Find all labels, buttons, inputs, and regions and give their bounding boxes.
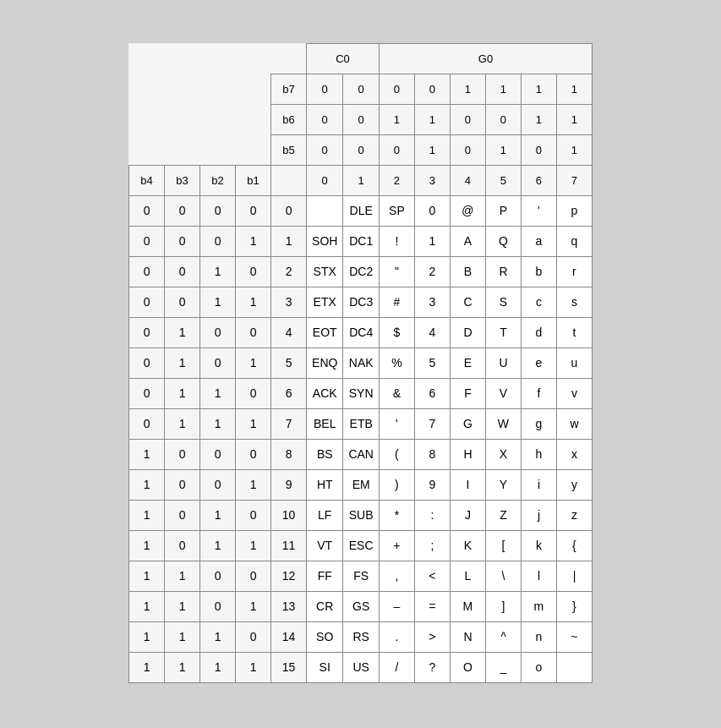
row-8-col-7: x	[556, 439, 592, 469]
row-14-col-6: n	[521, 621, 556, 652]
table-row: 101111VTESC+;K[k{	[129, 530, 593, 561]
row-6-col-6: f	[521, 378, 556, 408]
row-9-col-6: i	[521, 469, 556, 500]
row-10-bit-2: 1	[200, 500, 236, 530]
row-0-bit-1: 0	[165, 195, 200, 226]
row-10-col-3: :	[414, 500, 450, 530]
row-4-col-2: $	[379, 317, 414, 348]
col-num-3: 3	[414, 165, 450, 195]
row-13-bit-2: 0	[200, 591, 236, 621]
row-12-col-4: L	[450, 561, 485, 591]
row-8-num: 8	[271, 439, 307, 469]
b6-4: 0	[450, 104, 485, 134]
row-0-col-1: DLE	[343, 195, 380, 226]
row-11-col-6: k	[521, 530, 556, 561]
row-9-col-7: y	[556, 469, 592, 500]
corner-empty-5	[271, 43, 307, 74]
row-3-col-5: S	[485, 287, 521, 317]
row-9-col-2: )	[379, 469, 414, 500]
row-0-col-0	[307, 195, 343, 226]
row-12-col-6: l	[521, 561, 556, 591]
row-6-bit-0: 0	[129, 378, 165, 408]
row-2-bit-1: 0	[165, 256, 200, 287]
row-0-bit-2: 0	[200, 195, 236, 226]
row-3-col-6: c	[521, 287, 556, 317]
row-num-header	[271, 165, 307, 195]
row-11-col-5: [	[485, 530, 521, 561]
b5-row: b5 0 0 0 1 0 1 0 1	[129, 134, 593, 165]
row-7-bit-0: 0	[129, 408, 165, 439]
row-1-col-4: A	[450, 226, 485, 256]
row-1-col-3: 1	[414, 226, 450, 256]
row-9-bit-3: 1	[236, 469, 271, 500]
row-10-col-0: LF	[307, 500, 343, 530]
b7-2: 0	[379, 74, 414, 104]
col-num-1: 1	[343, 165, 380, 195]
row-12-bit-3: 0	[236, 561, 271, 591]
row-7-bit-3: 1	[236, 408, 271, 439]
b6-empty-4	[236, 104, 271, 134]
b6-empty-1	[129, 104, 165, 134]
row-6-col-4: F	[450, 378, 485, 408]
row-2-col-2: "	[379, 256, 414, 287]
b6-row: b6 0 0 1 1 0 0 1 1	[129, 104, 593, 134]
row-9-bit-1: 0	[165, 469, 200, 500]
row-5-bit-2: 0	[200, 348, 236, 378]
row-9-col-1: EM	[343, 469, 380, 500]
row-11-col-7: {	[556, 530, 592, 561]
b7-5: 1	[485, 74, 521, 104]
row-3-col-4: C	[450, 287, 485, 317]
row-8-bit-2: 0	[200, 439, 236, 469]
row-13-num: 13	[271, 591, 307, 621]
row-10-col-1: SUB	[343, 500, 380, 530]
row-5-col-5: U	[485, 348, 521, 378]
row-14-bit-1: 1	[165, 621, 200, 652]
row-5-col-0: ENQ	[307, 348, 343, 378]
table-row: 101010LFSUB*:JZjz	[129, 500, 593, 530]
row-10-bit-0: 1	[129, 500, 165, 530]
row-13-col-7: }	[556, 591, 592, 621]
b7-empty-2	[165, 74, 200, 104]
row-11-bit-0: 1	[129, 530, 165, 561]
table-row: 01106ACKSYN&6FVfv	[129, 378, 593, 408]
row-3-col-1: DC3	[343, 287, 380, 317]
corner-empty-4	[236, 43, 271, 74]
row-9-col-0: HT	[307, 469, 343, 500]
b7-1: 0	[343, 74, 380, 104]
table-row: 10019HTEM)9IYiy	[129, 469, 593, 500]
row-13-col-5: ]	[485, 591, 521, 621]
row-7-col-1: ETB	[343, 408, 380, 439]
row-10-col-4: J	[450, 500, 485, 530]
row-11-col-0: VT	[307, 530, 343, 561]
row-0-col-7: p	[556, 195, 592, 226]
b7-row: b7 0 0 0 0 1 1 1 1	[129, 74, 593, 104]
b6-2: 1	[379, 104, 414, 134]
row-7-col-2: '	[379, 408, 414, 439]
row-13-col-1: GS	[343, 591, 380, 621]
row-9-bit-2: 0	[200, 469, 236, 500]
row-14-bit-3: 0	[236, 621, 271, 652]
row-13-bit-1: 1	[165, 591, 200, 621]
row-11-col-3: ;	[414, 530, 450, 561]
table-row: 00113ETXDC3#3CScs	[129, 287, 593, 317]
row-4-col-3: 4	[414, 317, 450, 348]
row-0-num: 0	[271, 195, 307, 226]
row-15-num: 15	[271, 652, 307, 682]
row-8-col-2: (	[379, 439, 414, 469]
row-8-bit-3: 0	[236, 439, 271, 469]
row-11-num: 11	[271, 530, 307, 561]
b5-0: 0	[307, 134, 343, 165]
row-10-col-6: j	[521, 500, 556, 530]
row-5-num: 5	[271, 348, 307, 378]
row-1-col-6: a	[521, 226, 556, 256]
row-5-col-1: NAK	[343, 348, 380, 378]
row-3-col-7: s	[556, 287, 592, 317]
b6-0: 0	[307, 104, 343, 134]
row-4-col-5: T	[485, 317, 521, 348]
row-12-col-1: FS	[343, 561, 380, 591]
row-5-bit-1: 1	[165, 348, 200, 378]
row-8-col-4: H	[450, 439, 485, 469]
col-num-0: 0	[307, 165, 343, 195]
row-12-bit-0: 1	[129, 561, 165, 591]
b6-1: 0	[343, 104, 380, 134]
